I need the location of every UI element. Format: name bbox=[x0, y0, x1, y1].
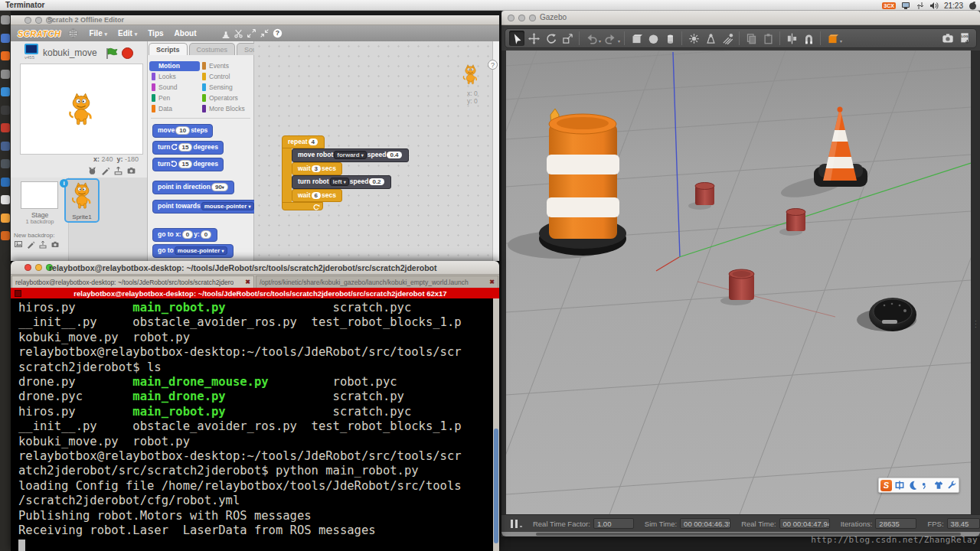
script-block-wait-secs[interactable]: wait 3 secs bbox=[292, 162, 342, 175]
category-more-blocks[interactable]: More Blocks bbox=[200, 104, 250, 114]
launcher-document-icon[interactable] bbox=[1, 195, 10, 204]
box-icon[interactable] bbox=[629, 31, 644, 46]
ime-punctuation-icon[interactable] bbox=[920, 480, 931, 491]
value-input[interactable]: 15 bbox=[178, 143, 193, 152]
upload-icon[interactable] bbox=[38, 240, 47, 249]
stop-button[interactable] bbox=[122, 47, 133, 59]
terminal-tab[interactable]: /opt/ros/kinetic/share/kobuki_gazebo/lau… bbox=[256, 276, 498, 288]
script-block-repeat-end[interactable] bbox=[282, 202, 323, 210]
paint-brush-icon[interactable] bbox=[100, 165, 110, 175]
launcher-files-icon[interactable] bbox=[1, 34, 10, 43]
ime-chinese-mode-icon[interactable] bbox=[894, 480, 905, 491]
value-input[interactable]: 10 bbox=[175, 126, 190, 135]
camera-icon[interactable] bbox=[51, 240, 60, 249]
translate-icon[interactable] bbox=[526, 31, 541, 46]
stage-thumbnail[interactable] bbox=[21, 181, 58, 209]
snap-icon[interactable] bbox=[801, 31, 816, 46]
status-value-real-time-[interactable]: 00 00:04:47.946 bbox=[779, 518, 830, 529]
close-tab-icon[interactable]: ✖ bbox=[245, 279, 250, 288]
menu-about[interactable]: About bbox=[175, 29, 197, 37]
value-input[interactable]: 0 bbox=[201, 230, 211, 239]
delete-icon[interactable] bbox=[234, 28, 243, 38]
value-input[interactable]: 6 bbox=[312, 192, 321, 199]
launcher-gear-icon[interactable] bbox=[1, 15, 10, 24]
stage-canvas[interactable] bbox=[20, 64, 143, 155]
ime-skin-icon[interactable] bbox=[933, 480, 944, 491]
block-point-in-direction[interactable]: point in direction 90▾ bbox=[152, 181, 234, 194]
grow-icon[interactable] bbox=[247, 28, 256, 38]
sogou-logo[interactable]: S bbox=[880, 480, 892, 491]
cylinder-icon[interactable] bbox=[662, 31, 678, 46]
screenshot-icon[interactable] bbox=[940, 31, 956, 46]
sphere-icon[interactable] bbox=[645, 31, 661, 46]
ime-toolbox-icon[interactable] bbox=[946, 480, 957, 491]
shrink-icon[interactable] bbox=[260, 28, 270, 38]
block-help-icon[interactable]: ? bbox=[273, 28, 283, 38]
terminal-output[interactable]: hiros.py main_robot.py scratch.pyc__init… bbox=[11, 298, 493, 551]
category-looks[interactable]: Looks bbox=[149, 72, 200, 82]
scratch-logo[interactable]: SCRATCH bbox=[18, 29, 60, 38]
status-value-fps-[interactable]: 38.45 bbox=[947, 518, 980, 529]
dropdown[interactable]: mouse-pointer ▾ bbox=[201, 202, 254, 210]
close-tab-icon[interactable]: ✖ bbox=[489, 279, 495, 288]
status-value-real-time-factor-[interactable]: 1.00 bbox=[593, 518, 634, 529]
duplicate-icon[interactable] bbox=[220, 28, 230, 38]
block-move-steps[interactable]: move 10 steps bbox=[152, 124, 213, 138]
point-light-icon[interactable] bbox=[686, 31, 701, 46]
directional-light-icon[interactable] bbox=[720, 31, 735, 46]
terminal-group-bar[interactable]: relaybotbox@relaybotbox-desktop: ~/tools… bbox=[11, 288, 499, 298]
step-button[interactable] bbox=[520, 526, 522, 527]
close-button[interactable] bbox=[508, 15, 514, 21]
dropdown-caret-icon[interactable]: ▾ bbox=[840, 38, 842, 44]
value-input[interactable]: 3 bbox=[312, 165, 321, 172]
value-input[interactable]: 15 bbox=[178, 160, 193, 168]
tab-scripts[interactable]: Scripts bbox=[149, 43, 188, 55]
minimize-button[interactable] bbox=[35, 264, 42, 271]
category-motion[interactable]: Motion bbox=[149, 61, 200, 71]
block-turn-cw[interactable]: turn 15 degrees bbox=[152, 141, 224, 155]
launcher-scratch-cat-icon[interactable] bbox=[1, 214, 10, 223]
language-globe-icon[interactable] bbox=[68, 28, 78, 38]
value-input[interactable]: 0.4 bbox=[387, 152, 401, 158]
insert-model-icon[interactable] bbox=[825, 31, 840, 46]
session-menu-icon[interactable] bbox=[969, 1, 977, 10]
green-flag-button[interactable] bbox=[106, 47, 118, 63]
launcher-photos-icon[interactable] bbox=[1, 142, 10, 151]
category-data[interactable]: Data bbox=[149, 104, 200, 114]
dropdown[interactable]: mouse-pointer ▾ bbox=[175, 246, 227, 255]
clock[interactable]: 21:23 bbox=[944, 2, 963, 10]
help-button[interactable]: ? bbox=[488, 60, 498, 70]
tab-costumes[interactable]: Costumes bbox=[189, 43, 236, 55]
terminal-titlebar[interactable]: relaybotbox@relaybotbox-desktop: ~/tools… bbox=[11, 261, 499, 275]
status-value-sim-time-[interactable]: 00 00:04:46.350 bbox=[680, 518, 730, 529]
dropdown-caret-icon[interactable]: ▾ bbox=[618, 38, 620, 44]
tray-3cx-badge[interactable]: 3CX bbox=[882, 2, 896, 9]
scratch-titlebar[interactable]: Scratch 2 Offline Editor bbox=[11, 15, 499, 25]
select-icon[interactable] bbox=[509, 31, 524, 46]
right-panel-splitter[interactable]: ∙∙∙ bbox=[971, 51, 980, 514]
minimize-button[interactable] bbox=[35, 17, 42, 24]
dropdown[interactable]: left ▾ bbox=[330, 178, 349, 186]
redo-icon[interactable] bbox=[603, 31, 618, 46]
value-input[interactable]: 0 bbox=[182, 230, 193, 239]
paint-brush-icon[interactable] bbox=[26, 240, 35, 249]
project-screen-icon[interactable] bbox=[24, 44, 38, 54]
status-value-iterations-[interactable]: 28635 bbox=[875, 518, 916, 529]
close-button[interactable] bbox=[24, 264, 31, 271]
category-events[interactable]: Events bbox=[200, 61, 250, 71]
launcher-folder-red-icon[interactable] bbox=[1, 123, 10, 132]
script-block-wait-secs[interactable]: wait 6 secs bbox=[292, 189, 342, 202]
log-icon[interactable]: LOG bbox=[957, 31, 972, 46]
paste-icon[interactable] bbox=[760, 31, 776, 46]
category-sound[interactable]: Sound bbox=[149, 83, 200, 93]
sprite-info-icon[interactable]: i bbox=[60, 179, 68, 187]
launcher-box-orange-icon[interactable] bbox=[1, 231, 10, 240]
sprite-card[interactable]: i Sprite1 bbox=[64, 178, 100, 223]
category-operators[interactable]: Operators bbox=[200, 93, 250, 103]
minimize-button[interactable] bbox=[518, 15, 525, 21]
launcher-software-center-icon[interactable] bbox=[1, 87, 10, 96]
script-stack[interactable]: repeat 4move robot forward ▾ speed 0.4wa… bbox=[282, 135, 409, 210]
category-pen[interactable]: Pen bbox=[149, 93, 200, 103]
ime-half-moon-icon[interactable] bbox=[907, 480, 918, 491]
maximize-button[interactable] bbox=[529, 15, 536, 21]
